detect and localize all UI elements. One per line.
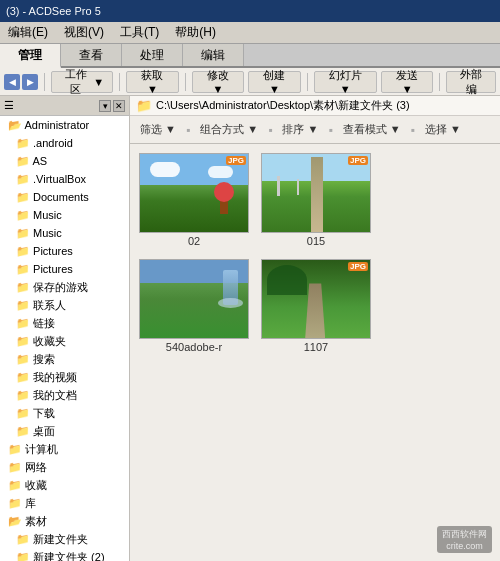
- sidebar-item-16[interactable]: 📁 下载: [0, 404, 129, 422]
- sidebar-item-18[interactable]: 📁 计算机: [0, 440, 129, 458]
- group-btn[interactable]: 组合方式 ▼: [196, 121, 262, 138]
- sidebar-item-23[interactable]: 📁 新建文件夹: [0, 530, 129, 548]
- menu-tools[interactable]: 工具(T): [112, 22, 167, 43]
- select-btn[interactable]: 选择 ▼: [421, 121, 465, 138]
- sidebar-item-1[interactable]: 📁 .android: [0, 134, 129, 152]
- sidebar-item-19[interactable]: 📁 网络: [0, 458, 129, 476]
- workspace-btn[interactable]: 工作区 ▼: [51, 71, 113, 93]
- sidebar-pin[interactable]: ▾: [99, 100, 111, 112]
- sidebar-item-22[interactable]: 📂 素材: [0, 512, 129, 530]
- menu-view[interactable]: 视图(V): [56, 22, 112, 43]
- viewmode-btn[interactable]: 查看模式 ▼: [339, 121, 405, 138]
- menu-help[interactable]: 帮助(H): [167, 22, 224, 43]
- sep5: [439, 73, 440, 91]
- filter-btn[interactable]: 筛选 ▼: [136, 121, 180, 138]
- thumb-badge-img-015: JPG: [348, 156, 368, 165]
- title-bar: (3) - ACDSee Pro 5: [0, 0, 500, 22]
- sidebar-header: ☰ ▾ ✕: [0, 96, 129, 116]
- thumbnail-img-015[interactable]: JPG015: [258, 150, 374, 250]
- content-wrapper: 📁 C:\Users\Administrator\Desktop\素材\新建文件…: [130, 96, 500, 561]
- thumbnail-img-540[interactable]: 540adobe-r: [136, 256, 252, 356]
- folder-icon: 📁: [136, 98, 152, 113]
- thumb-badge-img-02: JPG: [226, 156, 246, 165]
- thumb-label-img-540: 540adobe-r: [166, 341, 222, 353]
- path-bar: 📁 C:\Users\Administrator\Desktop\素材\新建文件…: [130, 96, 500, 116]
- sidebar-item-2[interactable]: 📁 AS: [0, 152, 129, 170]
- sidebar-item-13[interactable]: 📁 搜索: [0, 350, 129, 368]
- thumbnail-img-02[interactable]: JPG02: [136, 150, 252, 250]
- sort-btn[interactable]: 排序 ▼: [278, 121, 322, 138]
- sidebar-item-20[interactable]: 📁 收藏: [0, 476, 129, 494]
- thumb-label-img-1107: 1107: [304, 341, 328, 353]
- sidebar-item-11[interactable]: 📁 链接: [0, 314, 129, 332]
- path-text: C:\Users\Administrator\Desktop\素材\新建文件夹 …: [156, 98, 410, 113]
- workspace-arrow: ▼: [93, 76, 104, 88]
- toolbar: ◀ ▶ 工作区 ▼ 获取 ▼ 修改 ▼ 创建 ▼ 幻灯片 ▼ 发送 ▼ 外部编: [0, 68, 500, 96]
- nav-back[interactable]: ◀: [4, 74, 20, 90]
- sidebar-item-8[interactable]: 📁 Pictures: [0, 260, 129, 278]
- sep4: [307, 73, 308, 91]
- thumb-image-img-540: [139, 259, 249, 339]
- tab-edit[interactable]: 编辑: [183, 44, 244, 66]
- tab-process[interactable]: 处理: [122, 44, 183, 66]
- slideshow-btn[interactable]: 幻灯片 ▼: [314, 71, 377, 93]
- sidebar-controls: ▾ ✕: [99, 100, 125, 112]
- thumb-image-img-02: JPG: [139, 153, 249, 233]
- sidebar-title: ☰: [4, 99, 14, 112]
- thumb-badge-img-1107: JPG: [348, 262, 368, 271]
- sidebar-item-12[interactable]: 📁 收藏夹: [0, 332, 129, 350]
- tab-manage[interactable]: 管理: [0, 44, 61, 68]
- thumb-label-img-015: 015: [307, 235, 325, 247]
- sidebar-item-3[interactable]: 📁 .VirtualBox: [0, 170, 129, 188]
- thumb-image-img-1107: JPG: [261, 259, 371, 339]
- thumbnail-img-1107[interactable]: JPG1107: [258, 256, 374, 356]
- modify-btn[interactable]: 修改 ▼: [192, 71, 245, 93]
- sidebar-item-15[interactable]: 📁 我的文档: [0, 386, 129, 404]
- sep1: [44, 73, 45, 91]
- external-btn[interactable]: 外部编: [446, 71, 496, 93]
- title-text: (3) - ACDSee Pro 5: [6, 5, 101, 17]
- sidebar-item-10[interactable]: 📁 联系人: [0, 296, 129, 314]
- create-btn[interactable]: 创建 ▼: [248, 71, 301, 93]
- sidebar-item-5[interactable]: 📁 Music: [0, 206, 129, 224]
- sidebar-close[interactable]: ✕: [113, 100, 125, 112]
- tab-view[interactable]: 查看: [61, 44, 122, 66]
- sidebar-item-0[interactable]: 📂 Administrator: [0, 116, 129, 134]
- sidebar-item-9[interactable]: 📁 保存的游戏: [0, 278, 129, 296]
- sep2: [119, 73, 120, 91]
- menu-bar: 编辑(E) 视图(V) 工具(T) 帮助(H): [0, 22, 500, 44]
- sidebar-item-21[interactable]: 📁 库: [0, 494, 129, 512]
- sidebar-item-14[interactable]: 📁 我的视频: [0, 368, 129, 386]
- send-btn[interactable]: 发送 ▼: [381, 71, 434, 93]
- sidebar-item-4[interactable]: 📁 Documents: [0, 188, 129, 206]
- nav-forward[interactable]: ▶: [22, 74, 38, 90]
- thumb-image-img-015: JPG: [261, 153, 371, 233]
- sidebar-item-17[interactable]: 📁 桌面: [0, 422, 129, 440]
- sidebar-item-6[interactable]: 📁 Music: [0, 224, 129, 242]
- tab-bar: 管理 查看 处理 编辑: [0, 44, 500, 68]
- thumbnail-area: JPG02JPG015540adobe-rJPG1107: [130, 144, 500, 561]
- menu-edit[interactable]: 编辑(E): [0, 22, 56, 43]
- sidebar-item-24[interactable]: 📁 新建文件夹 (2): [0, 548, 129, 561]
- thumb-label-img-02: 02: [188, 235, 200, 247]
- sidebar-item-7[interactable]: 📁 Pictures: [0, 242, 129, 260]
- workspace-label: 工作区: [60, 67, 91, 97]
- sidebar: ☰ ▾ ✕ 📂 Administrator📁 .android📁 AS📁 .Vi…: [0, 96, 130, 561]
- sep3: [185, 73, 186, 91]
- nav-buttons: ◀ ▶: [4, 74, 38, 90]
- fetch-btn[interactable]: 获取 ▼: [126, 71, 179, 93]
- second-toolbar: 筛选 ▼ ▪ 组合方式 ▼ ▪ 排序 ▼ ▪ 查看模式 ▼ ▪ 选择 ▼: [130, 116, 500, 144]
